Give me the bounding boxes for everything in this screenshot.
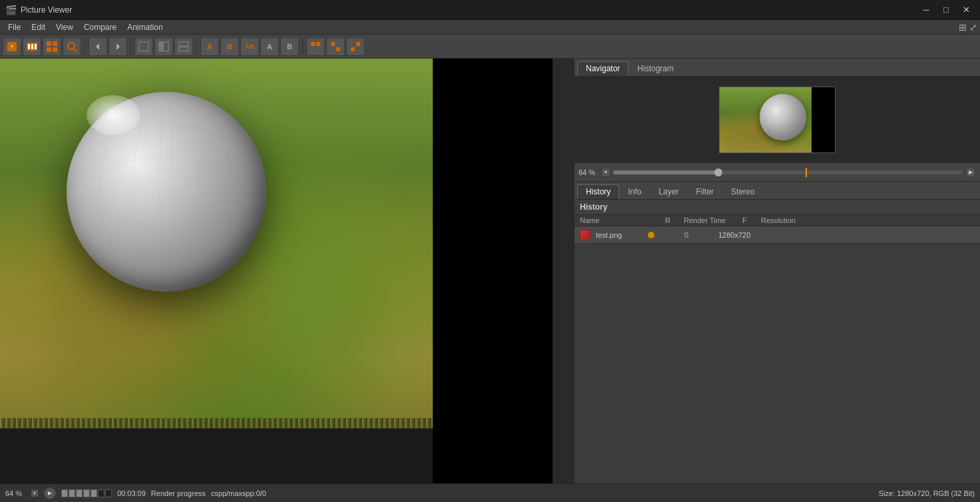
toolbar-sep1 — [85, 39, 85, 55]
toolbar-back-button[interactable] — [89, 37, 107, 56]
zoom-dropdown-btn[interactable]: ▾ — [601, 168, 611, 177]
svg-rect-8 — [47, 47, 51, 52]
svg-point-33 — [68, 93, 265, 290]
status-progress-button[interactable]: ▶ — [44, 487, 56, 499]
svg-rect-4 — [31, 44, 33, 49]
history-col-render-time: Render Time — [684, 216, 737, 224]
film-frame-3 — [76, 489, 83, 497]
tab-navigator[interactable]: Navigator — [577, 61, 628, 76]
zoom-slider-thumb[interactable] — [714, 168, 722, 176]
toolbar-sep4 — [302, 39, 303, 55]
svg-point-34 — [100, 93, 233, 290]
svg-rect-31 — [351, 47, 355, 51]
history-col-name: Name — [580, 216, 660, 224]
toolbar-btn1[interactable] — [306, 37, 325, 56]
toolbar-textAB-button[interactable]: AB — [240, 37, 259, 56]
history-col-resolution: Resolution — [761, 216, 821, 224]
status-render-progress: Render progress — [151, 489, 206, 497]
history-row-resolution: 1280x720 — [718, 231, 778, 239]
svg-rect-18 — [159, 42, 164, 51]
menu-view[interactable]: View — [51, 21, 79, 33]
history-title: History — [575, 200, 980, 215]
svg-rect-22 — [316, 42, 320, 46]
status-cspp: cspp/maxspp:0/0 — [211, 489, 266, 497]
toolbar-view1-button[interactable] — [134, 37, 153, 56]
svg-rect-27 — [331, 47, 335, 51]
svg-line-11 — [74, 49, 77, 51]
menu-edit[interactable]: Edit — [26, 21, 51, 33]
svg-rect-21 — [311, 42, 315, 46]
film-strip — [0, 418, 433, 428]
status-bar: 64 % ▾ ▶ 00:03:09 Render progress cspp/m… — [0, 483, 980, 502]
close-button[interactable]: ✕ — [957, 3, 975, 17]
toolbar-forward-button[interactable] — [109, 37, 127, 56]
zoom-slider-track[interactable] — [613, 170, 963, 174]
status-zoom: 64 % — [5, 489, 25, 497]
black-right — [433, 59, 553, 483]
history-panel: History Name R Render Time F Resolution … — [575, 200, 980, 483]
toolbar-textA-button[interactable]: A — [200, 37, 219, 56]
tab-history[interactable]: History — [577, 184, 619, 199]
toolbar-loupe-button[interactable] — [63, 37, 81, 56]
svg-rect-19 — [179, 42, 188, 46]
toolbar-textA2-button[interactable]: A — [260, 37, 279, 56]
svg-text:?: ? — [11, 44, 14, 50]
nav-thumbnail — [719, 87, 836, 153]
nav-thumb-sphere — [760, 94, 806, 140]
grass-background — [0, 59, 433, 428]
history-row-filename: test.png — [596, 231, 642, 239]
menu-file[interactable]: File — [3, 21, 26, 33]
tab-filter[interactable]: Filter — [687, 184, 722, 199]
svg-rect-16 — [139, 42, 148, 51]
status-zoom-dropdown[interactable]: ▾ — [31, 489, 39, 497]
svg-rect-29 — [351, 42, 355, 46]
svg-point-37 — [68, 158, 265, 225]
toolbar-view3-button[interactable] — [174, 37, 193, 56]
svg-rect-32 — [356, 47, 360, 51]
history-row-thumbnail — [580, 230, 591, 240]
toolbar-btn2[interactable] — [326, 37, 345, 56]
title-bar-left: 🎬 Picture Viewer — [5, 5, 72, 15]
toolbar-textB2-button[interactable]: B — [280, 37, 299, 56]
history-table-header: Name R Render Time F Resolution — [575, 215, 980, 226]
svg-rect-28 — [336, 47, 340, 51]
tab-stereo[interactable]: Stereo — [722, 184, 763, 199]
svg-rect-6 — [47, 41, 51, 46]
toolbar-btn3[interactable] — [346, 37, 365, 56]
menu-animation[interactable]: Animation — [122, 21, 168, 33]
maximize-button[interactable]: □ — [937, 3, 955, 17]
film-frame-7 — [105, 489, 112, 497]
zoom-nav-button[interactable]: ▶ — [965, 167, 976, 178]
zoom-slider-fill — [613, 170, 718, 174]
film-frame-6 — [98, 489, 105, 497]
menu-compare[interactable]: Compare — [79, 21, 122, 33]
toolbar-multiview-button[interactable] — [43, 37, 61, 56]
svg-point-10 — [68, 43, 75, 49]
tab-layer[interactable]: Layer — [650, 184, 687, 199]
nav-tabs: Navigator Histogram — [575, 59, 980, 77]
history-row[interactable]: test.png 0 1280x720 — [575, 226, 980, 244]
title-bar-controls: ─ □ ✕ — [917, 3, 975, 17]
expand-icon[interactable]: ⤢ — [969, 22, 977, 33]
toolbar-sep3 — [196, 39, 197, 55]
zoom-bar: 64 % ▾ ▶ — [575, 163, 980, 182]
toolbar-view2-button[interactable] — [154, 37, 173, 56]
film-frame-1 — [61, 489, 68, 497]
tab-histogram[interactable]: Histogram — [628, 61, 682, 76]
title-bar: 🎬 Picture Viewer ─ □ ✕ — [0, 0, 980, 20]
svg-point-36 — [160, 93, 173, 290]
tab-info[interactable]: Info — [619, 184, 650, 199]
minimize-button[interactable]: ─ — [917, 3, 935, 17]
right-panel: Navigator Histogram 64 % ▾ ▶ — [574, 59, 980, 483]
svg-rect-30 — [356, 42, 360, 46]
panel-layout-icon[interactable]: ⊞ — [959, 22, 967, 33]
nav-black-right — [812, 87, 835, 152]
svg-rect-23 — [311, 47, 315, 51]
toolbar-filmstrip-button[interactable] — [23, 37, 41, 56]
svg-rect-9 — [53, 47, 57, 52]
render-canvas — [0, 59, 553, 483]
toolbar-open-button[interactable]: ? — [3, 37, 21, 56]
toolbar-textB-button[interactable]: B — [220, 37, 239, 56]
sphere-grid-svg — [67, 92, 266, 292]
viewer-area[interactable] — [0, 59, 574, 483]
